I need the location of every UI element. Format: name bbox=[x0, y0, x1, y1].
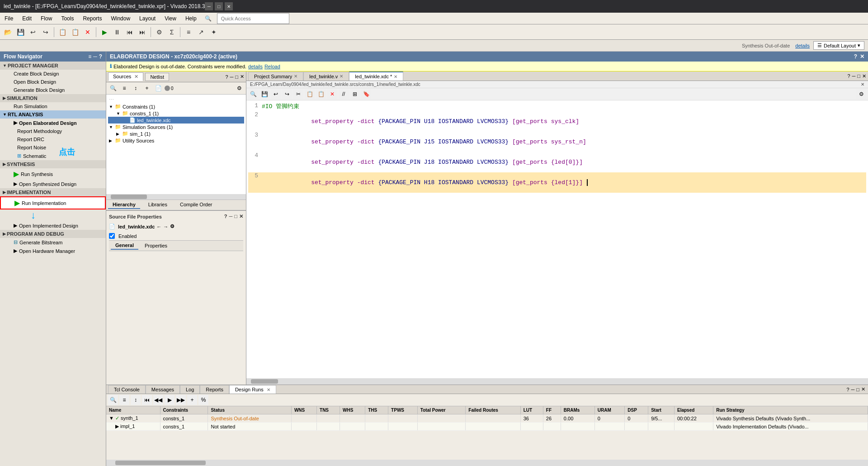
elab-close-icon[interactable]: ✕ bbox=[860, 53, 864, 60]
sigma-button[interactable]: Σ bbox=[166, 26, 178, 38]
tab-compile-order[interactable]: Compile Order bbox=[175, 201, 217, 209]
nav-section-header-project-manager[interactable]: ▼ PROJECT MANAGER bbox=[0, 62, 106, 70]
menu-view[interactable]: View bbox=[160, 13, 181, 24]
nav-item-open-elaborated-design[interactable]: ▶ Open Elaborated Design bbox=[0, 119, 106, 127]
sources-max-icon[interactable]: □ bbox=[235, 74, 238, 80]
nav-item-report-methodology[interactable]: Report Methodology bbox=[0, 127, 106, 135]
tab-general[interactable]: General bbox=[111, 242, 138, 250]
bot-first-button[interactable]: ⏮ bbox=[142, 395, 152, 405]
nav-item-run-implementation[interactable]: ▶ Run Implementation bbox=[0, 196, 106, 209]
editor-comment-button[interactable]: // bbox=[339, 89, 349, 99]
minimize-button[interactable]: ─ bbox=[205, 2, 213, 10]
menu-edit[interactable]: Edit bbox=[18, 13, 36, 24]
editor-undo-button[interactable]: ↩ bbox=[271, 89, 281, 99]
bot-expand-button[interactable]: ↕ bbox=[131, 395, 141, 405]
nav-section-header-implementation[interactable]: ▶ IMPLEMENTATION bbox=[0, 188, 106, 196]
nav-item-schematic[interactable]: ⊞ Schematic bbox=[0, 152, 106, 160]
props-back-icon[interactable]: ← bbox=[156, 224, 161, 229]
warning-reload-link[interactable]: Reload bbox=[264, 64, 280, 69]
sources-flatten-button[interactable]: ≡ bbox=[119, 83, 129, 93]
nav-item-run-simulation[interactable]: Run Simulation bbox=[0, 102, 106, 110]
expand-icon-synth1[interactable]: ▼ bbox=[109, 415, 114, 421]
menu-file[interactable]: File bbox=[0, 13, 18, 24]
editor-search-button[interactable]: 🔍 bbox=[248, 89, 258, 99]
nav-item-open-hardware-manager[interactable]: ▶ Open Hardware Manager bbox=[0, 247, 106, 255]
expand-icon-impl1[interactable]: ▶ bbox=[115, 423, 119, 429]
bot-filter-button[interactable]: ≡ bbox=[119, 395, 129, 405]
src-props-help-icon[interactable]: ? bbox=[224, 214, 227, 219]
tab-project-summary[interactable]: Project Summary ✕ bbox=[248, 72, 303, 81]
run-button[interactable]: ▶ bbox=[99, 26, 110, 38]
tab-netlist[interactable]: Netlist bbox=[145, 73, 169, 81]
close-button[interactable]: ✕ bbox=[225, 2, 233, 10]
props-forward-icon[interactable]: → bbox=[163, 224, 168, 229]
tree-item-utility-sources[interactable]: ▶ 📁 Utility Sources bbox=[108, 137, 244, 144]
tab-led-twinkle-v-close[interactable]: ✕ bbox=[340, 74, 343, 79]
editor-path-close-icon[interactable]: ✕ bbox=[861, 82, 864, 87]
tab-led-twinkle-xdc[interactable]: led_twinkle.xdc * ✕ bbox=[349, 71, 403, 81]
sources-expand-button[interactable]: ↕ bbox=[131, 83, 141, 93]
line-content-1[interactable]: #IO 管脚约束 bbox=[262, 102, 866, 111]
nav-item-report-drc[interactable]: Report DRC bbox=[0, 135, 106, 143]
copy-button[interactable]: 📋 bbox=[57, 26, 68, 38]
editor-bookmark-button[interactable]: 🔖 bbox=[361, 89, 371, 99]
nav-item-report-noise[interactable]: Report Noise bbox=[0, 143, 106, 152]
sources-close-icon[interactable]: ✕ bbox=[240, 74, 244, 80]
editor-min-icon[interactable]: ─ bbox=[852, 73, 856, 79]
menu-window[interactable]: Window bbox=[106, 13, 135, 24]
editor-cut-button[interactable]: ✂ bbox=[293, 89, 303, 99]
tab-project-summary-close[interactable]: ✕ bbox=[294, 74, 297, 79]
bottom-max-icon[interactable]: □ bbox=[856, 387, 859, 392]
line-content-4[interactable]: set_property -dict {PACKAGE_PIN J18 IOST… bbox=[262, 152, 866, 172]
sources-settings-button[interactable]: ⚙ bbox=[234, 83, 244, 93]
table-row-synth1[interactable]: ▼ ✓ synth_1 constrs_1 Synthesis Out-of-d… bbox=[106, 414, 868, 423]
editor-uncomment-button[interactable]: ⊞ bbox=[350, 89, 360, 99]
bot-percent-button[interactable]: % bbox=[198, 395, 208, 405]
sources-add-button[interactable]: + bbox=[142, 83, 152, 93]
maximize-button[interactable]: □ bbox=[215, 2, 223, 10]
code-editor[interactable]: 1 #IO 管脚约束 2 set_property -dict {PACKAGE… bbox=[246, 100, 868, 378]
tab-log[interactable]: Log bbox=[180, 385, 200, 394]
props-settings-icon[interactable]: ⚙ bbox=[170, 223, 175, 229]
paste-button[interactable]: 📋 bbox=[69, 26, 81, 38]
bot-next-button[interactable]: ▶▶ bbox=[176, 395, 186, 405]
editor-close-icon[interactable]: ✕ bbox=[862, 73, 866, 79]
nav-item-run-synthesis[interactable]: ▶ Run Synthesis bbox=[0, 168, 106, 180]
bot-prev-button[interactable]: ◀◀ bbox=[153, 395, 163, 405]
tab-hierarchy[interactable]: Hierarchy bbox=[108, 201, 140, 209]
layout-dropdown[interactable]: ☰ Default Layout ▾ bbox=[813, 41, 864, 50]
redo-button[interactable]: ↪ bbox=[40, 26, 52, 38]
src-props-close-icon[interactable]: ✕ bbox=[239, 214, 243, 219]
line-content-3[interactable]: set_property -dict {PACKAGE_PIN J15 IOST… bbox=[262, 132, 866, 152]
forward-button[interactable]: ⏭ bbox=[137, 26, 148, 38]
settings-button[interactable]: ⚙ bbox=[153, 26, 165, 38]
undo-button[interactable]: ↩ bbox=[27, 26, 39, 38]
nav-section-header-synthesis[interactable]: ▶ SYNTHESIS bbox=[0, 160, 106, 168]
tree-item-sim1[interactable]: ▶ 📁 sim_1 (1) bbox=[108, 130, 244, 137]
bottom-hscrollbar[interactable] bbox=[106, 460, 868, 466]
nav-item-open-synthesized-design[interactable]: ▶ Open Synthesized Design bbox=[0, 180, 106, 188]
quick-access-input[interactable] bbox=[221, 16, 275, 21]
tab-properties[interactable]: Properties bbox=[140, 242, 172, 249]
warning-details-link[interactable]: details bbox=[248, 64, 263, 69]
nav-item-create-block-design[interactable]: Create Block Design bbox=[0, 70, 106, 78]
flow-nav-icon2[interactable]: ─ bbox=[93, 53, 97, 60]
nav-item-generate-bitstream[interactable]: ⊟ Generate Bitstream bbox=[0, 238, 106, 247]
tree-item-sim-sources[interactable]: ▼ 📁 Simulation Sources (1) bbox=[108, 124, 244, 130]
menu-reports[interactable]: Reports bbox=[78, 13, 106, 24]
design-runs-table[interactable]: Name Constraints Status WNS TNS WHS THS … bbox=[106, 406, 868, 460]
tab-led-twinkle-v[interactable]: led_twinkle.v ✕ bbox=[303, 72, 349, 81]
src-props-max-icon[interactable]: □ bbox=[234, 214, 237, 219]
tab-sources[interactable]: Sources ✕ bbox=[108, 72, 143, 81]
nav-item-open-implemented-design[interactable]: ▶ Open Implemented Design bbox=[0, 221, 106, 230]
nav-item-generate-block-design[interactable]: Generate Block Design bbox=[0, 86, 106, 94]
sources-min-icon[interactable]: ─ bbox=[230, 74, 234, 80]
tab-sources-close-icon[interactable]: ✕ bbox=[134, 74, 138, 79]
menu-flow[interactable]: Flow bbox=[36, 13, 57, 24]
nav-section-header-rtl-analysis[interactable]: ▼ RTL ANALYSIS bbox=[0, 110, 106, 119]
sources-hscrollbar[interactable] bbox=[106, 194, 246, 200]
flow-nav-icon1[interactable]: ≡ bbox=[88, 53, 91, 60]
tab-tcl-console[interactable]: Tcl Console bbox=[108, 385, 146, 394]
editor-redo-button[interactable]: ↪ bbox=[282, 89, 292, 99]
editor-copy-button[interactable]: 📋 bbox=[305, 89, 315, 99]
